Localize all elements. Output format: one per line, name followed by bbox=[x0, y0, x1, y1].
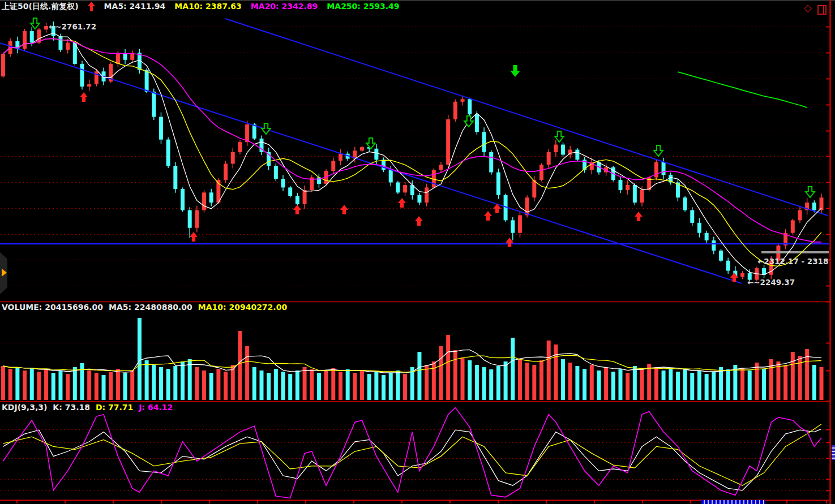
buy-signal-icon bbox=[88, 2, 95, 11]
split-window-divider bbox=[823, 6, 824, 14]
kdj-k-label: K: 73.18 bbox=[53, 403, 90, 412]
scrollbar-badge[interactable] bbox=[832, 445, 835, 460]
ma20-label: MA20: 2342.89 bbox=[251, 2, 318, 11]
volume-ma10-label: MA10: 20940272.00 bbox=[198, 303, 287, 312]
ma5-label: MA5: 2411.94 bbox=[104, 2, 166, 11]
range-price-annotation: ←2312.17 - 2318 bbox=[757, 257, 828, 266]
low-price-annotation: ←~2249.37 bbox=[747, 278, 795, 287]
volume-ma5-label: MA5: 22480880.00 bbox=[109, 303, 192, 312]
high-price-annotation: ←~2761.72 bbox=[49, 22, 96, 31]
ma10-label: MA10: 2387.63 bbox=[174, 2, 242, 11]
chart-canvas bbox=[0, 0, 835, 504]
timeline-date-badge[interactable] bbox=[701, 500, 765, 504]
volume-header: VOLUME: 20415696.00 MA5: 22480880.00 MA1… bbox=[2, 303, 287, 312]
split-window-icon[interactable] bbox=[817, 5, 827, 15]
kdj-header: KDJ(9,3,3) K: 73.18 D: 77.71 J: 64.12 bbox=[2, 403, 173, 412]
kdj-d-label: D: 77.71 bbox=[96, 403, 133, 412]
kdj-name-label: KDJ(9,3,3) bbox=[2, 403, 47, 412]
main-chart-header: 上证50(日线.前复权) MA5: 2411.94 MA10: 2387.63 … bbox=[2, 2, 400, 11]
ma250-label: MA250: 2593.49 bbox=[327, 2, 399, 11]
diamond-icon[interactable]: ◇ bbox=[804, 2, 812, 14]
volume-value-label: VOLUME: 20415696.00 bbox=[2, 303, 103, 312]
expand-arrow-icon bbox=[2, 269, 7, 277]
kdj-j-label: J: 64.12 bbox=[139, 403, 173, 412]
sidebar-expand-handle[interactable] bbox=[0, 252, 7, 294]
symbol-title: 上证50(日线.前复权) bbox=[2, 2, 79, 11]
stock-app-window: 上证50(日线.前复权) MA5: 2411.94 MA10: 2387.63 … bbox=[0, 0, 835, 504]
